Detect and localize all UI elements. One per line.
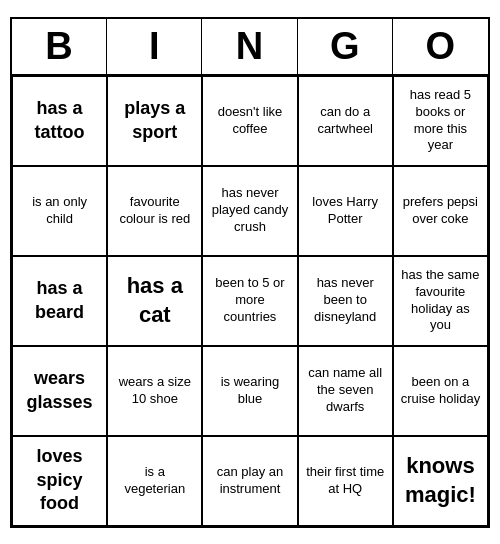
bingo-cell: prefers pepsi over coke	[393, 166, 488, 256]
bingo-cell: is an only child	[12, 166, 107, 256]
bingo-cell: doesn't like coffee	[202, 76, 297, 166]
header-letter: N	[202, 19, 297, 74]
bingo-cell: has a beard	[12, 256, 107, 346]
header-letter: I	[107, 19, 202, 74]
bingo-cell: can do a cartwheel	[298, 76, 393, 166]
bingo-cell: wears a size 10 shoe	[107, 346, 202, 436]
bingo-cell: their first time at HQ	[298, 436, 393, 526]
bingo-cell: loves spicy food	[12, 436, 107, 526]
bingo-cell: has never played candy crush	[202, 166, 297, 256]
header-letter: O	[393, 19, 488, 74]
bingo-cell: can play an instrument	[202, 436, 297, 526]
bingo-cell: loves Harry Potter	[298, 166, 393, 256]
bingo-cell: has the same favourite holiday as you	[393, 256, 488, 346]
bingo-cell: has never been to disneyland	[298, 256, 393, 346]
bingo-cell: has read 5 books or more this year	[393, 76, 488, 166]
bingo-cell: has a cat	[107, 256, 202, 346]
bingo-cell: been on a cruise holiday	[393, 346, 488, 436]
bingo-cell: plays a sport	[107, 76, 202, 166]
bingo-cell: favourite colour is red	[107, 166, 202, 256]
bingo-cell: wears glasses	[12, 346, 107, 436]
bingo-header: BINGO	[12, 19, 488, 76]
bingo-cell: is wearing blue	[202, 346, 297, 436]
bingo-grid: has a tattooplays a sportdoesn't like co…	[12, 76, 488, 526]
bingo-cell: been to 5 or more countries	[202, 256, 297, 346]
bingo-card: BINGO has a tattooplays a sportdoesn't l…	[10, 17, 490, 528]
header-letter: G	[298, 19, 393, 74]
bingo-cell: can name all the seven dwarfs	[298, 346, 393, 436]
bingo-cell: is a vegeterian	[107, 436, 202, 526]
bingo-cell: has a tattoo	[12, 76, 107, 166]
header-letter: B	[12, 19, 107, 74]
bingo-cell: knows magic!	[393, 436, 488, 526]
